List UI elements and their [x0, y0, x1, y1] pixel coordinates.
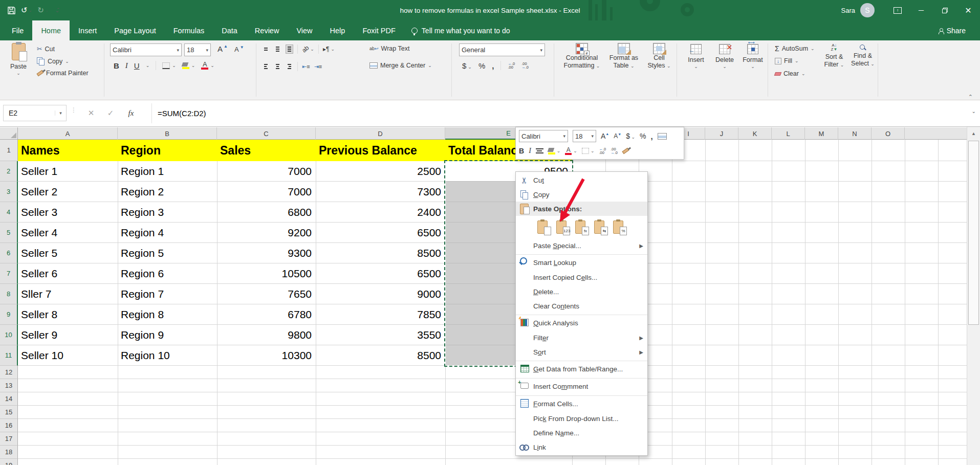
- cell-styles-button[interactable]: Cell Styles ⌄: [644, 43, 674, 70]
- ribbon-tab[interactable]: View: [288, 20, 321, 40]
- row-header[interactable]: 10: [0, 325, 18, 345]
- column-header[interactable]: A: [18, 127, 118, 140]
- mini-percent-button[interactable]: %: [640, 132, 646, 140]
- cell-previous-balance[interactable]: 7300: [316, 186, 445, 198]
- ribbon-tab[interactable]: Formulas: [165, 20, 213, 40]
- context-menu-item[interactable]: Filter ▶: [516, 330, 647, 345]
- cell-region[interactable]: Region 4: [118, 227, 217, 239]
- row-header[interactable]: 11: [0, 345, 18, 366]
- cell-previous-balance[interactable]: 7850: [316, 308, 445, 321]
- grow-font-button[interactable]: A▲: [217, 45, 228, 53]
- row-header[interactable]: 2: [0, 161, 18, 182]
- mini-borders-button[interactable]: ⌄: [582, 148, 595, 154]
- cell-C1[interactable]: Sales: [217, 144, 316, 158]
- row-header[interactable]: 5: [0, 223, 18, 243]
- row-header[interactable]: 12: [0, 366, 18, 379]
- enter-formula-button[interactable]: ✓: [101, 105, 120, 121]
- cancel-formula-button[interactable]: ✕: [82, 105, 100, 121]
- scroll-up-arrow-icon[interactable]: ▲: [969, 129, 978, 138]
- shrink-font-button[interactable]: A▼: [234, 46, 244, 53]
- row-header[interactable]: 4: [0, 202, 18, 223]
- expand-formula-bar-button[interactable]: ⌄: [972, 108, 976, 114]
- row-header[interactable]: 6: [0, 243, 18, 263]
- cell-name[interactable]: Seller 5: [18, 247, 118, 259]
- context-menu-item[interactable]: Delete... ▶: [516, 284, 647, 299]
- fill-button[interactable]: ↓ Fill ⌄: [775, 57, 799, 64]
- mini-accounting-button[interactable]: $ ⌄: [626, 132, 635, 140]
- find-select-button[interactable]: Find & Select ⌄: [850, 43, 876, 68]
- format-painter-button[interactable]: Format Painter: [37, 70, 89, 77]
- mini-increase-decimal-button[interactable]: ←.0.00: [599, 147, 606, 154]
- row-header[interactable]: 3: [0, 182, 18, 202]
- cell-sales[interactable]: 6800: [217, 206, 316, 218]
- cell-previous-balance[interactable]: 9000: [316, 288, 445, 300]
- cell-previous-balance[interactable]: 6500: [316, 227, 445, 239]
- bold-button[interactable]: B: [114, 61, 119, 70]
- align-top-button[interactable]: [262, 46, 270, 53]
- context-menu-item[interactable]: Pick From Drop-down List... ▶: [516, 411, 647, 426]
- paste-option-button[interactable]: %: [612, 219, 627, 236]
- row-header[interactable]: 7: [0, 263, 18, 284]
- context-menu-item[interactable]: Smart Lookup ▶: [516, 254, 647, 270]
- name-box[interactable]: E2 ▾: [3, 105, 67, 121]
- context-menu-item[interactable]: Paste Special... ▶: [516, 238, 647, 253]
- show-paragraph-button[interactable]: ▸¶ ⌄: [323, 46, 335, 53]
- insert-function-button[interactable]: fx: [122, 105, 140, 121]
- ribbon-tab[interactable]: Review: [246, 20, 288, 40]
- row-header[interactable]: 1: [0, 140, 18, 161]
- font-color-button[interactable]: A ⌄: [201, 61, 214, 70]
- context-menu-item[interactable]: Cut ▶: [516, 173, 647, 187]
- save-button[interactable]: [7, 6, 16, 15]
- formula-bar-resize-handle[interactable]: ⋮: [71, 108, 77, 112]
- context-menu-item[interactable]: Format Cells... ▶: [516, 395, 647, 411]
- undo-button[interactable]: ↺⌄: [21, 6, 32, 15]
- cell-sales[interactable]: 6780: [217, 308, 316, 321]
- row-header[interactable]: 19: [0, 459, 18, 465]
- avatar[interactable]: S: [860, 3, 875, 17]
- mini-font-color-button[interactable]: A ⌄: [565, 147, 577, 155]
- mini-comma-button[interactable]: ,: [651, 132, 653, 141]
- context-menu-item[interactable]: Define Name... ▶: [516, 426, 647, 440]
- cell-name[interactable]: Seller 8: [18, 308, 118, 321]
- context-menu-item[interactable]: Get Data from Table/Range... ▶: [516, 361, 647, 377]
- cell-name[interactable]: Seller 4: [18, 227, 118, 239]
- cell-sales[interactable]: 7000: [217, 165, 316, 178]
- ribbon-tab[interactable]: File: [3, 20, 32, 40]
- cell-previous-balance[interactable]: 3550: [316, 329, 445, 341]
- user-name[interactable]: Sara: [841, 7, 855, 14]
- scrollbar-thumb[interactable]: [968, 141, 979, 325]
- context-menu-item[interactable]: Insert Commment ▶: [516, 378, 647, 394]
- tell-me-box[interactable]: Tell me what you want to do: [404, 20, 517, 40]
- formula-input[interactable]: =SUM(C2:D2): [158, 105, 206, 121]
- column-header[interactable]: N: [838, 127, 872, 140]
- mini-fill-color-button[interactable]: ⌄: [548, 148, 561, 154]
- mini-align-center-button[interactable]: [536, 148, 543, 153]
- cell-region[interactable]: Region 7: [118, 288, 217, 300]
- conditional-formatting-button[interactable]: ≠ Conditional Formatting ⌄: [560, 43, 603, 70]
- mini-merge-center-icon[interactable]: [658, 133, 667, 140]
- context-menu-item[interactable]: Insert Copied Cells... ▶: [516, 270, 647, 284]
- row-header[interactable]: 13: [0, 379, 18, 392]
- cell-name[interactable]: Seller 6: [18, 268, 118, 280]
- context-menu-item[interactable]: Quick Analysis ▶: [516, 315, 647, 330]
- font-family-combo[interactable]: Calibri▾: [110, 43, 182, 56]
- wrap-text-button[interactable]: ab↩ Wrap Text: [369, 45, 409, 52]
- cell-D1[interactable]: Previous Balance: [316, 144, 445, 158]
- ribbon-tab[interactable]: Help: [321, 20, 354, 40]
- minimize-button[interactable]: ─: [909, 0, 933, 20]
- close-button[interactable]: ✕: [956, 0, 980, 20]
- context-menu-item[interactable]: Link ▶: [516, 440, 647, 454]
- align-middle-button[interactable]: [274, 45, 281, 54]
- number-format-combo[interactable]: General▾: [459, 43, 545, 56]
- row-header[interactable]: 16: [0, 419, 18, 432]
- delete-cells-button[interactable]: ✕ Delete ⌄: [711, 44, 738, 69]
- align-bottom-button[interactable]: [286, 45, 293, 54]
- paste-option-button[interactable]: ⇆: [593, 219, 608, 236]
- mini-italic-button[interactable]: I: [529, 147, 531, 155]
- cell-previous-balance[interactable]: 6500: [316, 268, 445, 280]
- paste-button[interactable]: Paste ⌄: [5, 43, 32, 76]
- decrease-indent-button[interactable]: ⇤≡: [302, 63, 310, 70]
- align-right-button[interactable]: [286, 62, 293, 71]
- mini-font-size-combo[interactable]: 18▾: [573, 130, 596, 142]
- borders-button[interactable]: ⌄: [162, 62, 176, 69]
